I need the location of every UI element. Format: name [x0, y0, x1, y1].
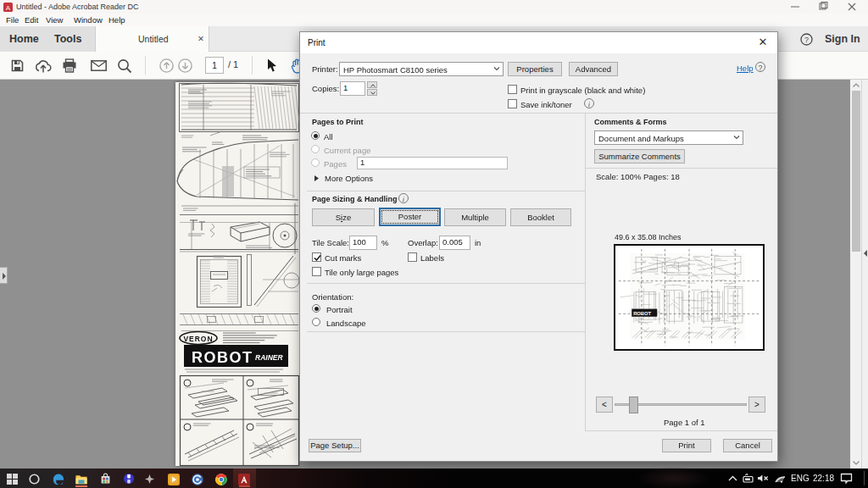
svg-text:A: A: [6, 4, 11, 12]
svg-text:?: ?: [804, 36, 809, 44]
svg-text:VERON: VERON: [183, 335, 213, 343]
svg-text:RAINER: RAINER: [255, 353, 283, 362]
svg-text:ROBOT: ROBOT: [633, 311, 651, 316]
svg-text:ROBOT: ROBOT: [192, 349, 253, 366]
